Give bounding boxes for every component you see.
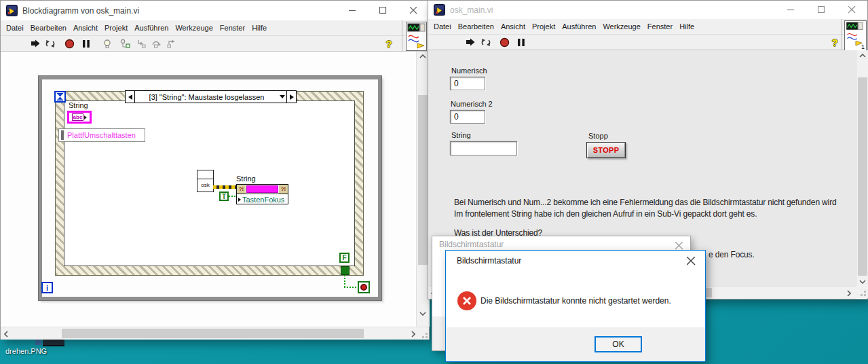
property-node[interactable]: ?! ?! TastenFokus: [236, 184, 288, 204]
case-dropdown-icon[interactable]: [278, 95, 286, 98]
run-button[interactable]: [464, 36, 476, 48]
run-continuous-button[interactable]: [480, 36, 492, 48]
run-button[interactable]: [29, 37, 41, 50]
string-label: String: [451, 131, 471, 139]
window-title: osk_main.vi: [450, 5, 493, 15]
local-variable-node[interactable]: PlattfUmschalttasten: [58, 128, 145, 142]
pause-button[interactable]: [515, 36, 527, 48]
retain-wire-values-icon[interactable]: [119, 37, 132, 50]
menu-ausfuehren[interactable]: Ausführen: [131, 24, 172, 32]
context-help-button[interactable]: ?: [829, 36, 841, 48]
scroll-left-icon[interactable]: [4, 331, 8, 338]
pause-button[interactable]: [80, 37, 92, 50]
minimize-button[interactable]: [337, 1, 368, 20]
loop-iteration-terminal[interactable]: i: [41, 282, 53, 293]
block-diagram-titlebar: Blockdiagramm von osk_main.vi: [1, 1, 429, 20]
front-panel-toolbar: ?: [428, 35, 867, 50]
property-node-header: ?! ?!: [237, 185, 288, 194]
abort-button[interactable]: [498, 36, 510, 48]
resize-grip[interactable]: [859, 289, 866, 296]
step-over-icon[interactable]: [150, 37, 162, 50]
scroll-up-icon[interactable]: [859, 54, 866, 58]
menu-werkzeuge[interactable]: Werkzeuge: [599, 22, 643, 31]
property-node-badge-left: ?!: [237, 185, 246, 194]
string-control-terminal[interactable]: abc: [67, 111, 92, 124]
block-diagram-menubar: Datei Bearbeiten Ansicht Projekt Ausführ…: [1, 20, 429, 36]
false-constant[interactable]: F: [339, 253, 350, 263]
close-button[interactable]: [687, 256, 696, 268]
menu-datei[interactable]: Datei: [430, 22, 455, 31]
scroll-right-icon[interactable]: [411, 331, 415, 338]
case-prev-arrow-icon[interactable]: [126, 91, 135, 103]
highlight-execution-icon[interactable]: [101, 37, 113, 50]
abc-glyph: abc: [72, 113, 84, 121]
scroll-up-icon[interactable]: [419, 54, 426, 58]
menu-hilfe[interactable]: Hilfe: [676, 22, 698, 31]
stop-button[interactable]: STOPP: [586, 142, 626, 158]
close-button[interactable]: [837, 1, 867, 19]
menu-bearbeiten[interactable]: Bearbeiten: [27, 24, 70, 32]
scrollbar-corner: [856, 286, 868, 298]
property-name: TastenFokus: [242, 196, 284, 204]
maximize-button[interactable]: [368, 1, 398, 20]
horizontal-scrollbar[interactable]: [1, 327, 429, 340]
menu-bearbeiten[interactable]: Bearbeiten: [455, 22, 497, 31]
osk-subvi-node[interactable]: osk: [197, 170, 214, 192]
hourglass-icon: [57, 93, 63, 101]
menu-projekt[interactable]: Projekt: [101, 24, 131, 32]
block-diagram-canvas[interactable]: [3] "String": Maustaste losgelassen Stri…: [1, 52, 415, 327]
menu-hilfe[interactable]: Hilfe: [248, 24, 270, 32]
context-help-button[interactable]: ?: [383, 37, 395, 50]
menu-fenster[interactable]: Fenster: [644, 22, 676, 31]
terminal-arrow-icon: [84, 115, 87, 120]
logo-badge: 1: [861, 43, 865, 50]
minimize-button[interactable]: [776, 1, 806, 19]
iteration-glyph: i: [46, 284, 48, 292]
close-button[interactable]: [398, 1, 429, 20]
loop-condition-terminal[interactable]: [358, 281, 370, 293]
string-input[interactable]: [450, 141, 517, 156]
stop-label: Stopp: [588, 132, 608, 140]
property-node-row[interactable]: TastenFokus: [237, 194, 288, 204]
window-title: Blockdiagramm von osk_main.vi: [22, 6, 139, 16]
toolbar-separator: [402, 20, 402, 52]
desktop: { "desktop": { "icon_label": "drehen.PNG…: [0, 0, 868, 364]
scroll-down-icon[interactable]: [419, 312, 426, 316]
numeric2-input[interactable]: 0: [450, 110, 485, 124]
labview-app-icon: [6, 5, 18, 16]
loop-tunnel[interactable]: [341, 266, 350, 275]
step-into-icon[interactable]: [135, 37, 147, 50]
event-timeout-terminal[interactable]: [54, 91, 66, 103]
vertical-scrollbar[interactable]: [856, 50, 868, 286]
step-out-icon[interactable]: [165, 37, 177, 50]
menu-ausfuehren[interactable]: Ausführen: [559, 22, 599, 31]
menu-fenster[interactable]: Fenster: [216, 24, 248, 32]
osk-subvi-banner: [197, 170, 213, 179]
run-continuous-button[interactable]: [44, 37, 56, 50]
desktop-icon-label: drehen.PNG: [5, 347, 47, 355]
stop-sign-icon: [360, 284, 367, 291]
resize-grip[interactable]: [421, 331, 428, 338]
menu-werkzeuge[interactable]: Werkzeuge: [172, 24, 216, 32]
menu-datei[interactable]: Datei: [3, 24, 27, 32]
menu-projekt[interactable]: Projekt: [529, 22, 559, 31]
block-diagram-toolbar: ?: [1, 36, 429, 52]
front-panel-titlebar: osk_main.vi: [428, 1, 867, 19]
true-constant[interactable]: T: [219, 192, 229, 201]
scroll-right-icon[interactable]: [847, 290, 851, 297]
numeric1-input[interactable]: 0: [450, 77, 485, 90]
abort-button[interactable]: [63, 37, 75, 50]
front-panel-menubar: Datei Bearbeiten Ansicht Projekt Ausführ…: [428, 19, 867, 35]
event-case-selector[interactable]: [3] "String": Maustaste losgelassen: [125, 90, 297, 103]
error-icon: [457, 291, 476, 310]
menu-ansicht[interactable]: Ansicht: [497, 22, 529, 31]
help-icon: ?: [831, 37, 837, 48]
maximize-button[interactable]: [806, 1, 837, 19]
ok-button[interactable]: OK: [595, 336, 642, 352]
menu-ansicht[interactable]: Ansicht: [70, 24, 101, 32]
case-next-arrow-icon[interactable]: [286, 91, 296, 103]
scroll-down-icon[interactable]: [859, 280, 866, 284]
property-node-class-bar: [246, 185, 278, 193]
toolbar-separator: [842, 19, 842, 50]
numeric1-label: Numerisch: [451, 67, 487, 75]
